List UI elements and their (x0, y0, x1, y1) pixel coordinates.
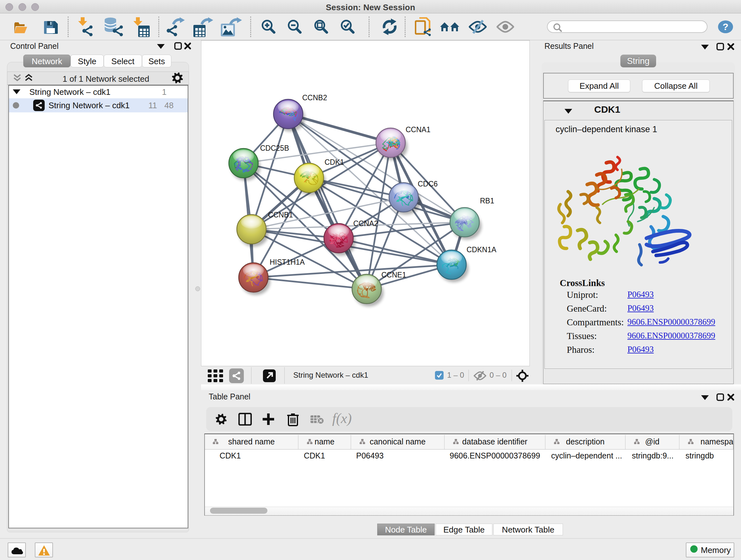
svg-text:CCNB2: CCNB2 (302, 94, 327, 102)
svg-text:CCNE1: CCNE1 (381, 271, 406, 279)
svg-text:CDC6: CDC6 (418, 180, 438, 188)
svg-text:RB1: RB1 (480, 197, 494, 205)
svg-text:CDKN1A: CDKN1A (467, 246, 496, 254)
svg-text:CDK1: CDK1 (325, 158, 344, 166)
svg-text:CCNA1: CCNA1 (406, 125, 430, 134)
svg-text:CDC25B: CDC25B (260, 144, 289, 152)
svg-text:CCNA2: CCNA2 (353, 219, 378, 228)
svg-text:CCNB1: CCNB1 (268, 211, 293, 219)
svg-text:HIST1H1A: HIST1H1A (270, 258, 305, 266)
